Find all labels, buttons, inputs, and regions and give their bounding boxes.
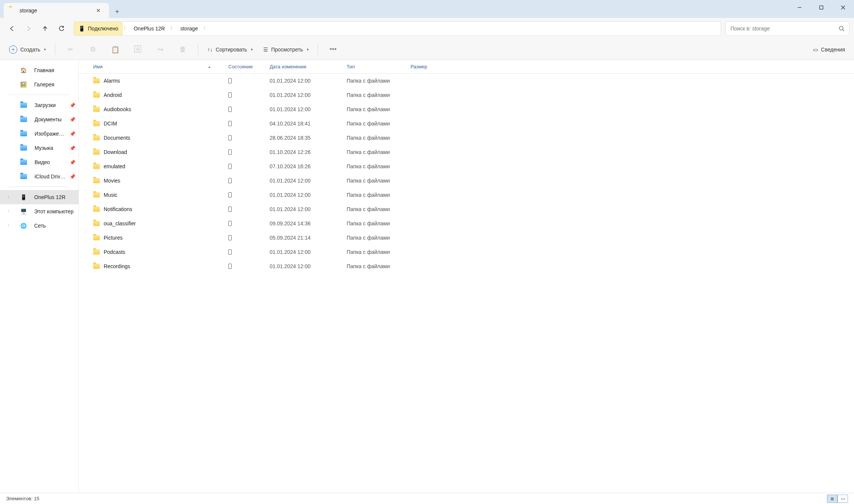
table-row[interactable]: Music01.01.2024 12:00Папка с файлами <box>79 188 854 202</box>
status-bar: Элементов: 15 ≣ ▭ <box>0 493 854 504</box>
maximize-button[interactable] <box>810 0 832 15</box>
device-icon <box>228 235 232 240</box>
copy-button[interactable]: ⧉ <box>85 45 100 53</box>
close-button[interactable] <box>832 0 854 15</box>
folder-icon <box>93 249 100 255</box>
table-row[interactable]: Recordings01.01.2024 12:00Папка с файлам… <box>79 259 854 273</box>
file-type: Папка с файлами <box>344 249 407 255</box>
file-name: Movies <box>104 178 120 184</box>
sidebar-item[interactable]: 〉🖥️Этот компьютер <box>0 204 78 219</box>
table-row[interactable]: Podcasts01.01.2024 12:00Папка с файлами <box>79 245 854 259</box>
table-row[interactable]: Audiobooks01.01.2024 12:00Папка с файлам… <box>79 102 854 116</box>
back-button[interactable] <box>5 21 20 36</box>
separator <box>198 44 198 55</box>
table-row[interactable]: DCIM04.10.2024 18:41Папка с файлами <box>79 116 854 131</box>
sidebar-item[interactable]: Видео📌 <box>0 155 78 169</box>
sidebar-item-label: Этот компьютер <box>34 208 74 214</box>
file-type: Папка с файлами <box>344 178 407 184</box>
chevron-right-icon[interactable]: 〉 <box>202 25 209 32</box>
sort-label: Сортировать <box>216 47 247 53</box>
file-date: 01.01.2024 12:00 <box>267 92 344 98</box>
delete-button[interactable]: 🗑 <box>175 45 190 53</box>
sidebar-item[interactable]: 🏠Главная <box>0 63 78 77</box>
crumb-folder[interactable]: storage <box>176 22 202 35</box>
share-button[interactable]: ↪ <box>153 45 168 54</box>
sidebar-item[interactable]: Документы📌 <box>0 112 78 127</box>
pin-icon: 📌 <box>69 103 75 108</box>
tab-current[interactable]: storage ✕ <box>4 3 109 18</box>
sidebar-item[interactable]: iCloud Drive (Ma📌 <box>0 169 78 184</box>
file-name: Android <box>104 92 122 98</box>
chevron-right-icon[interactable]: 〉 <box>8 195 11 200</box>
file-name: Podcasts <box>104 249 125 255</box>
sidebar-item[interactable]: 〉📱OnePlus 12R <box>0 190 78 204</box>
forward-button[interactable] <box>21 21 36 36</box>
new-tab-button[interactable]: ＋ <box>110 5 124 18</box>
table-row[interactable]: Movies01.01.2024 12:00Папка с файлами <box>79 174 854 188</box>
paste-button[interactable]: 📋 <box>108 45 123 54</box>
folder-icon <box>93 178 100 183</box>
device-icon <box>228 135 232 140</box>
table-row[interactable]: Pictures05.09.2024 21:14Папка с файлами <box>79 231 854 245</box>
col-name[interactable]: Имя ▲ <box>90 64 225 69</box>
view-button[interactable]: ☰ Просмотреть ▾ <box>262 43 310 56</box>
search-box[interactable] <box>726 21 849 36</box>
table-row[interactable]: oua_classifier09.09.2024 14:36Папка с фа… <box>79 216 854 231</box>
folder-icon <box>20 117 27 122</box>
window-controls <box>789 0 854 15</box>
up-button[interactable] <box>38 21 53 36</box>
chevron-right-icon[interactable]: 〉 <box>8 209 11 214</box>
sidebar-item[interactable]: Загрузки📌 <box>0 98 78 112</box>
file-date: 07.10.2024 16:26 <box>267 163 344 169</box>
table-row[interactable]: Notifications01.01.2024 12:00Папка с фай… <box>79 202 854 216</box>
minimize-button[interactable] <box>789 0 810 15</box>
details-view-button[interactable]: ≣ <box>827 495 837 503</box>
col-state[interactable]: Состояние <box>225 64 267 69</box>
crumb-connected[interactable]: 📱 Подключено <box>74 22 123 35</box>
table-row[interactable]: Download01.10.2024 12:26Папка с файлами <box>79 145 854 159</box>
icons-view-button[interactable]: ▭ <box>837 495 848 503</box>
sidebar-item-label: Загрузки <box>35 102 56 108</box>
file-date: 05.09.2024 21:14 <box>267 235 344 241</box>
table-row[interactable]: emulated07.10.2024 16:26Папка с файлами <box>79 159 854 174</box>
chevron-right-icon[interactable]: 〉 <box>169 25 176 32</box>
tab-close-button[interactable]: ✕ <box>93 5 104 16</box>
sort-icon: ↑↓ <box>207 47 213 53</box>
refresh-button[interactable] <box>54 21 69 36</box>
sidebar-item-label: Документы <box>35 116 62 122</box>
file-name: Documents <box>104 135 130 141</box>
chevron-down-icon: ▾ <box>251 47 253 51</box>
col-name-label: Имя <box>93 64 103 69</box>
rename-button[interactable]: 🄰 <box>130 45 145 53</box>
separator <box>55 44 55 55</box>
sidebar-item-label: iCloud Drive (Ma <box>35 174 66 180</box>
file-date: 01.01.2024 12:00 <box>267 263 344 269</box>
sidebar-item[interactable]: 🖼️Галерея <box>0 77 78 92</box>
more-button[interactable]: ••• <box>326 45 341 53</box>
net-icon: 🌐 <box>20 223 27 229</box>
create-button[interactable]: ＋ Создать ▾ <box>8 43 47 56</box>
table-row[interactable]: Android01.01.2024 12:00Папка с файлами <box>79 88 854 102</box>
breadcrumb[interactable]: 📱 Подключено 〉 OnePlus 12R 〉 storage 〉 <box>74 21 721 36</box>
table-row[interactable]: Alarms01.01.2024 12:00Папка с файлами <box>79 74 854 88</box>
cut-button[interactable]: ✂ <box>63 45 78 54</box>
list-icon: ☰ <box>263 47 268 53</box>
folder-icon <box>20 145 27 151</box>
chevron-right-icon[interactable]: 〉 <box>123 25 129 32</box>
sidebar-item[interactable]: 〉🌐Сеть <box>0 219 78 233</box>
col-date[interactable]: Дата изменения <box>267 64 344 69</box>
col-type[interactable]: Тип <box>344 64 407 69</box>
search-input[interactable] <box>730 26 839 32</box>
chevron-right-icon[interactable]: 〉 <box>8 223 11 228</box>
sidebar-item[interactable]: Музыка📌 <box>0 141 78 155</box>
file-name: oua_classifier <box>104 220 136 226</box>
device-icon <box>228 107 232 112</box>
col-size[interactable]: Размер <box>407 64 445 69</box>
crumb-device[interactable]: OnePlus 12R <box>129 22 169 35</box>
folder-icon <box>93 207 100 212</box>
details-pane-button[interactable]: ▭ Сведения <box>812 43 846 56</box>
folder-icon <box>93 149 100 155</box>
table-row[interactable]: Documents28.06.2024 18:35Папка с файлами <box>79 131 854 145</box>
sidebar-item[interactable]: Изображения📌 <box>0 127 78 141</box>
sort-button[interactable]: ↑↓ Сортировать ▾ <box>206 43 254 56</box>
